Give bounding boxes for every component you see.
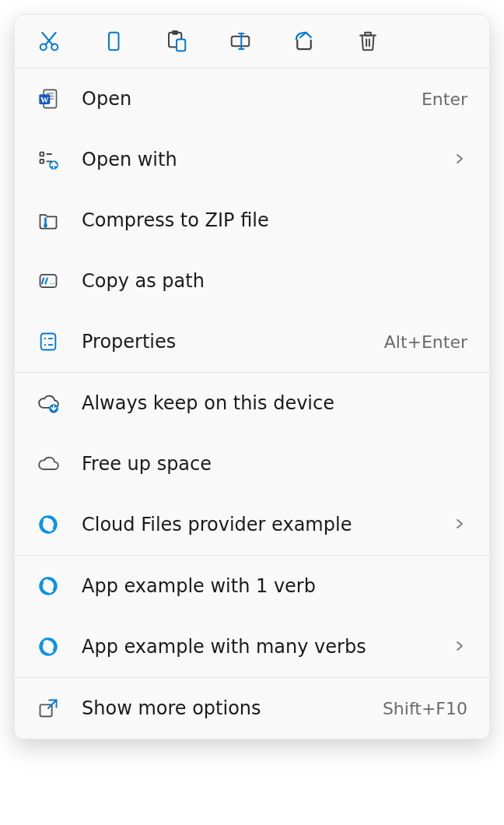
menu-item-app-many-verbs[interactable]: App example with many verbs bbox=[15, 616, 489, 677]
swirl-icon bbox=[37, 635, 60, 658]
cloud-icon bbox=[37, 452, 60, 476]
shortcut-text: Alt+Enter bbox=[384, 332, 467, 352]
cloud-keep-icon bbox=[37, 391, 60, 415]
menu-item-free-up-space[interactable]: Free up space bbox=[15, 434, 489, 494]
rename-icon bbox=[229, 30, 252, 56]
svg-point-32 bbox=[51, 283, 51, 284]
svg-point-35 bbox=[44, 338, 46, 339]
menu-label: App example with many verbs bbox=[82, 636, 453, 658]
menu-item-cloud-provider[interactable]: Cloud Files provider example bbox=[15, 494, 489, 555]
menu-label: Free up space bbox=[82, 453, 467, 475]
toolbar bbox=[15, 15, 489, 68]
swirl-icon bbox=[37, 574, 60, 598]
menu-item-show-more[interactable]: Show more options Shift+F10 bbox=[15, 678, 489, 739]
svg-rect-6 bbox=[173, 31, 177, 34]
menu-label: Copy as path bbox=[82, 270, 467, 292]
context-menu: W Open Enter Open with bbox=[14, 14, 490, 739]
menu-label: Always keep on this device bbox=[82, 392, 467, 414]
share-button[interactable] bbox=[290, 29, 318, 57]
shortcut-text: Shift+F10 bbox=[383, 699, 467, 718]
svg-rect-4 bbox=[109, 33, 119, 51]
svg-point-37 bbox=[44, 344, 46, 346]
copy-icon bbox=[101, 30, 124, 56]
menu-item-copy-path[interactable]: Copy as path bbox=[15, 251, 489, 311]
chevron-right-icon bbox=[453, 153, 467, 167]
delete-button[interactable] bbox=[354, 29, 382, 57]
menu-label: App example with 1 verb bbox=[82, 575, 467, 597]
share-icon bbox=[292, 30, 316, 56]
svg-rect-7 bbox=[177, 40, 185, 51]
open-with-icon bbox=[37, 148, 60, 171]
zip-folder-icon bbox=[37, 209, 60, 232]
menu-label: Open with bbox=[82, 149, 453, 170]
cut-icon bbox=[37, 30, 61, 56]
cut-button[interactable] bbox=[35, 29, 63, 57]
word-document-icon: W bbox=[37, 87, 60, 111]
svg-rect-20 bbox=[40, 153, 44, 156]
menu-label: Show more options bbox=[82, 697, 383, 719]
menu-label: Compress to ZIP file bbox=[82, 209, 467, 231]
chevron-right-icon bbox=[453, 518, 467, 532]
copy-path-icon bbox=[37, 269, 60, 293]
properties-icon bbox=[37, 330, 60, 353]
svg-rect-22 bbox=[40, 160, 44, 163]
copy-button[interactable] bbox=[99, 29, 127, 57]
menu-label: Properties bbox=[82, 331, 384, 353]
menu-item-app-one-verb[interactable]: App example with 1 verb bbox=[15, 556, 489, 616]
chevron-right-icon bbox=[453, 640, 467, 654]
menu-label: Open bbox=[82, 88, 422, 110]
svg-rect-34 bbox=[41, 334, 56, 350]
svg-text:W: W bbox=[40, 96, 49, 104]
delete-icon bbox=[356, 30, 380, 56]
shortcut-text: Enter bbox=[422, 90, 467, 109]
rename-button[interactable] bbox=[226, 29, 254, 57]
menu-label: Cloud Files provider example bbox=[82, 514, 453, 535]
menu-item-open-with[interactable]: Open with bbox=[15, 129, 489, 190]
menu-item-open[interactable]: W Open Enter bbox=[15, 68, 489, 129]
svg-rect-8 bbox=[232, 37, 250, 47]
paste-button[interactable] bbox=[163, 29, 191, 57]
swirl-icon bbox=[37, 513, 60, 536]
show-more-icon bbox=[37, 697, 60, 720]
menu-item-compress-zip[interactable]: Compress to ZIP file bbox=[15, 190, 489, 251]
menu-item-properties[interactable]: Properties Alt+Enter bbox=[15, 311, 489, 372]
svg-point-33 bbox=[53, 283, 54, 284]
menu-item-keep-on-device[interactable]: Always keep on this device bbox=[15, 373, 489, 434]
paste-icon bbox=[165, 30, 188, 56]
